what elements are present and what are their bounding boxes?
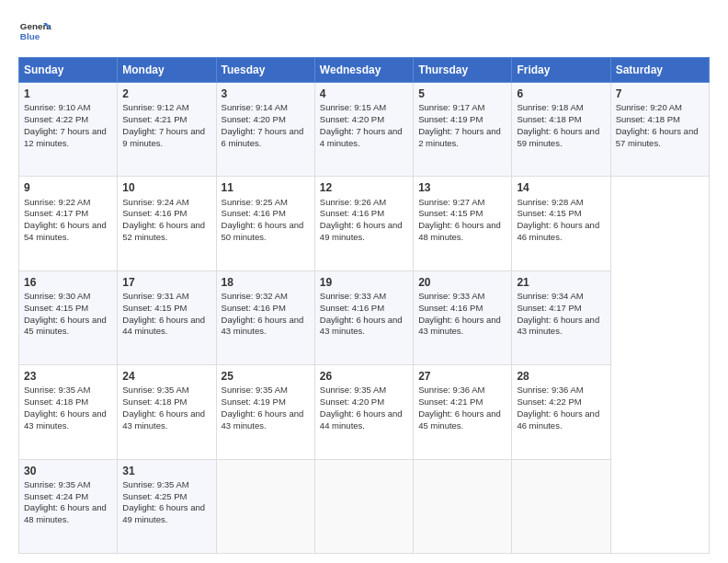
- calendar-cell: 13Sunrise: 9:27 AMSunset: 4:15 PMDayligh…: [414, 177, 512, 270]
- sunset: Sunset: 4:16 PM: [122, 208, 187, 218]
- sunset: Sunset: 4:16 PM: [320, 208, 384, 218]
- day-number: 30: [24, 464, 112, 478]
- sunrise: Sunrise: 9:26 AM: [320, 197, 386, 207]
- daylight-label: Daylight: 6 hours and 48 minutes.: [24, 502, 107, 524]
- day-number: 23: [24, 369, 112, 384]
- sunrise: Sunrise: 9:35 AM: [24, 385, 90, 395]
- calendar-cell: 10Sunrise: 9:24 AMSunset: 4:16 PMDayligh…: [118, 177, 216, 270]
- sunrise: Sunrise: 9:31 AM: [122, 291, 188, 301]
- day-number: 19: [320, 275, 408, 290]
- calendar-week-4: 23Sunrise: 9:35 AMSunset: 4:18 PMDayligh…: [19, 365, 710, 459]
- calendar-week-2: 9Sunrise: 9:22 AMSunset: 4:17 PMDaylight…: [19, 177, 710, 270]
- day-number: 25: [222, 369, 310, 384]
- sunset: Sunset: 4:15 PM: [418, 208, 483, 218]
- sunrise: Sunrise: 9:22 AM: [24, 197, 90, 207]
- sunset: Sunset: 4:21 PM: [418, 396, 483, 407]
- daylight-label: Daylight: 6 hours and 45 minutes.: [24, 315, 107, 337]
- calendar-cell: [512, 459, 610, 553]
- sunrise: Sunrise: 9:35 AM: [122, 479, 188, 489]
- sunrise: Sunrise: 9:36 AM: [418, 385, 484, 395]
- sunset: Sunset: 4:17 PM: [24, 208, 88, 218]
- daylight-label: Daylight: 6 hours and 46 minutes.: [517, 220, 599, 242]
- sunrise: Sunrise: 9:24 AM: [122, 197, 188, 207]
- daylight-label: Daylight: 6 hours and 43 minutes.: [222, 315, 304, 337]
- day-header-monday: Monday: [118, 58, 216, 83]
- daylight-label: Daylight: 6 hours and 59 minutes.: [517, 126, 599, 148]
- calendar-cell: 18Sunrise: 9:32 AMSunset: 4:16 PMDayligh…: [216, 270, 314, 364]
- sunset: Sunset: 4:16 PM: [222, 208, 286, 218]
- sunrise: Sunrise: 9:12 AM: [122, 102, 188, 112]
- calendar-cell: 21Sunrise: 9:34 AMSunset: 4:17 PMDayligh…: [512, 270, 610, 364]
- calendar-table: SundayMondayTuesdayWednesdayThursdayFrid…: [18, 57, 710, 554]
- sunset: Sunset: 4:18 PM: [122, 396, 187, 407]
- day-number: 11: [222, 180, 310, 195]
- day-number: 12: [320, 180, 408, 195]
- day-number: 3: [222, 86, 310, 101]
- sunset: Sunset: 4:19 PM: [418, 114, 483, 124]
- sunset: Sunset: 4:18 PM: [616, 114, 680, 124]
- sunset: Sunset: 4:22 PM: [24, 114, 88, 124]
- sunset: Sunset: 4:19 PM: [222, 396, 286, 407]
- daylight-label: Daylight: 6 hours and 43 minutes.: [517, 315, 599, 337]
- sunrise: Sunrise: 9:35 AM: [24, 479, 90, 489]
- sunrise: Sunrise: 9:15 AM: [320, 102, 386, 112]
- calendar-cell: 6Sunrise: 9:18 AMSunset: 4:18 PMDaylight…: [512, 83, 610, 177]
- sunrise: Sunrise: 9:33 AM: [320, 291, 386, 301]
- day-number: 28: [517, 369, 605, 384]
- day-number: 21: [517, 275, 605, 290]
- page: General Blue SundayMondayTuesdayWednesda…: [0, 0, 728, 563]
- calendar-cell: 5Sunrise: 9:17 AMSunset: 4:19 PMDaylight…: [414, 83, 512, 177]
- sunrise: Sunrise: 9:17 AM: [418, 102, 484, 112]
- day-number: 16: [24, 275, 112, 290]
- day-number: 6: [517, 86, 605, 101]
- calendar-cell: 23Sunrise: 9:35 AMSunset: 4:18 PMDayligh…: [19, 365, 118, 459]
- calendar-cell: 9Sunrise: 9:22 AMSunset: 4:17 PMDaylight…: [19, 177, 118, 270]
- daylight-label: Daylight: 6 hours and 54 minutes.: [24, 220, 107, 242]
- day-number: 27: [418, 369, 506, 384]
- sunrise: Sunrise: 9:33 AM: [418, 291, 484, 301]
- calendar-cell: 4Sunrise: 9:15 AMSunset: 4:20 PMDaylight…: [314, 83, 413, 177]
- daylight-label: Daylight: 6 hours and 52 minutes.: [122, 220, 205, 242]
- daylight-label: Daylight: 6 hours and 44 minutes.: [320, 408, 403, 431]
- sunset: Sunset: 4:15 PM: [517, 208, 581, 218]
- day-number: 9: [24, 180, 112, 195]
- calendar-cell: 26Sunrise: 9:35 AMSunset: 4:20 PMDayligh…: [314, 365, 413, 459]
- calendar-cell: 30Sunrise: 9:35 AMSunset: 4:24 PMDayligh…: [19, 459, 118, 553]
- calendar-cell: 3Sunrise: 9:14 AMSunset: 4:20 PMDaylight…: [216, 83, 314, 177]
- day-number: 1: [24, 86, 112, 101]
- sunrise: Sunrise: 9:35 AM: [122, 385, 188, 395]
- daylight-label: Daylight: 7 hours and 12 minutes.: [24, 126, 107, 148]
- sunset: Sunset: 4:15 PM: [24, 303, 88, 313]
- day-header-sunday: Sunday: [19, 58, 118, 83]
- daylight-label: Daylight: 6 hours and 43 minutes.: [418, 315, 501, 337]
- sunset: Sunset: 4:20 PM: [320, 396, 384, 407]
- logo: General Blue: [18, 15, 51, 48]
- calendar-cell: [414, 459, 512, 553]
- daylight-label: Daylight: 6 hours and 48 minutes.: [418, 220, 501, 242]
- day-number: 4: [320, 86, 408, 101]
- daylight-label: Daylight: 6 hours and 43 minutes.: [122, 408, 205, 431]
- day-number: 5: [418, 86, 506, 101]
- calendar-cell: 11Sunrise: 9:25 AMSunset: 4:16 PMDayligh…: [216, 177, 314, 270]
- day-number: 18: [222, 275, 310, 290]
- calendar-cell: 1Sunrise: 9:10 AMSunset: 4:22 PMDaylight…: [19, 83, 118, 177]
- daylight-label: Daylight: 6 hours and 44 minutes.: [122, 315, 205, 337]
- sunrise: Sunrise: 9:34 AM: [517, 291, 583, 301]
- day-header-thursday: Thursday: [414, 58, 512, 83]
- sunrise: Sunrise: 9:14 AM: [222, 102, 288, 112]
- sunrise: Sunrise: 9:32 AM: [222, 291, 288, 301]
- sunrise: Sunrise: 9:25 AM: [222, 197, 288, 207]
- daylight-label: Daylight: 6 hours and 43 minutes.: [24, 408, 107, 431]
- day-number: 26: [320, 369, 408, 384]
- calendar-cell: 25Sunrise: 9:35 AMSunset: 4:19 PMDayligh…: [216, 365, 314, 459]
- day-number: 10: [122, 180, 210, 195]
- day-number: 13: [418, 180, 506, 195]
- day-number: 20: [418, 275, 506, 290]
- calendar-week-5: 30Sunrise: 9:35 AMSunset: 4:24 PMDayligh…: [19, 459, 710, 553]
- calendar-week-1: 1Sunrise: 9:10 AMSunset: 4:22 PMDaylight…: [19, 83, 710, 177]
- daylight-label: Daylight: 6 hours and 45 minutes.: [418, 408, 501, 431]
- calendar-cell: [314, 459, 413, 553]
- calendar-week-3: 16Sunrise: 9:30 AMSunset: 4:15 PMDayligh…: [19, 270, 710, 364]
- sunrise: Sunrise: 9:20 AM: [616, 102, 682, 112]
- day-number: 17: [122, 275, 210, 290]
